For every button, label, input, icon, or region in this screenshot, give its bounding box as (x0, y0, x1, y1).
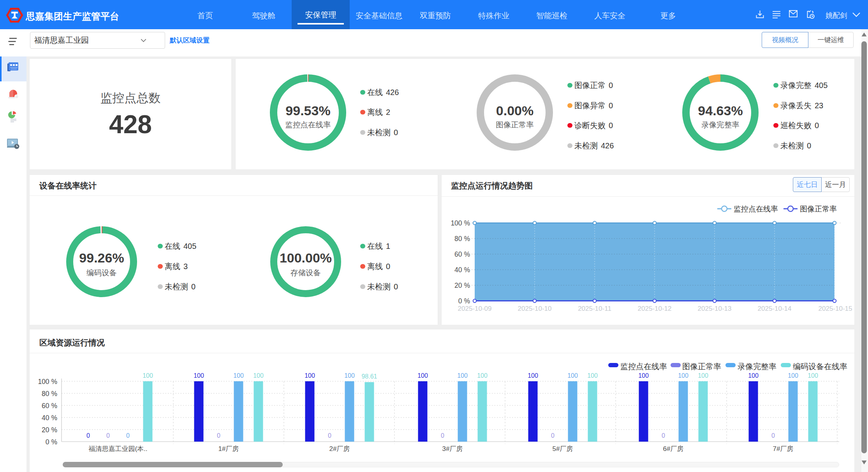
svg-text:2025-10-09: 2025-10-09 (458, 305, 492, 312)
svg-text:2025-10-15: 2025-10-15 (819, 305, 852, 312)
svg-text:编码设备在线率: 编码设备在线率 (793, 362, 847, 371)
svg-text:0: 0 (441, 432, 444, 439)
svg-text:100 %: 100 % (38, 378, 57, 386)
svg-text:2025-10-10: 2025-10-10 (518, 305, 552, 312)
svg-text:监控点在线率: 监控点在线率 (734, 205, 778, 213)
svg-text:0: 0 (328, 432, 331, 439)
svg-text:100: 100 (305, 372, 315, 379)
svg-text:监控点在线率: 监控点在线率 (620, 362, 667, 371)
svg-text:60 %: 60 % (454, 250, 470, 258)
svg-text:100: 100 (233, 372, 244, 379)
svg-text:2025-10-13: 2025-10-13 (698, 305, 732, 312)
svg-text:2025-10-12: 2025-10-12 (638, 305, 672, 312)
svg-text:0: 0 (551, 432, 555, 439)
svg-text:2025-10-11: 2025-10-11 (578, 305, 611, 312)
svg-text:100: 100 (344, 372, 355, 379)
svg-text:80 %: 80 % (42, 390, 57, 398)
svg-text:40 %: 40 % (42, 414, 57, 422)
svg-text:100: 100 (748, 372, 759, 379)
svg-text:20 %: 20 % (454, 282, 470, 289)
svg-text:100: 100 (457, 372, 468, 379)
svg-text:图像正常率: 图像正常率 (682, 362, 721, 371)
svg-text:100: 100 (567, 372, 578, 379)
svg-text:98.61: 98.61 (361, 373, 377, 380)
svg-text:100: 100 (808, 372, 818, 379)
svg-text:60 %: 60 % (42, 402, 57, 410)
svg-text:100: 100 (638, 372, 649, 379)
svg-text:100: 100 (477, 372, 488, 379)
svg-text:100: 100 (194, 372, 204, 379)
svg-text:6#厂房: 6#厂房 (663, 445, 684, 453)
svg-text:0: 0 (106, 432, 110, 439)
svg-text:100 %: 100 % (451, 219, 470, 227)
svg-text:0 %: 0 % (458, 297, 470, 305)
svg-text:100: 100 (698, 372, 708, 379)
svg-text:0: 0 (217, 432, 220, 439)
svg-text:80 %: 80 % (454, 235, 470, 243)
svg-text:100: 100 (528, 372, 538, 379)
svg-text:7#厂房: 7#厂房 (773, 445, 794, 453)
svg-text:0: 0 (86, 432, 90, 439)
svg-text:录像完整率: 录像完整率 (738, 362, 776, 371)
svg-text:0: 0 (771, 432, 775, 439)
svg-text:100: 100 (788, 372, 798, 379)
svg-text:100: 100 (253, 372, 264, 379)
svg-text:40 %: 40 % (454, 266, 470, 274)
svg-text:0: 0 (126, 432, 130, 439)
svg-text:0: 0 (662, 432, 665, 439)
svg-text:2025-10-14: 2025-10-14 (758, 305, 792, 312)
svg-text:100: 100 (143, 372, 153, 379)
svg-text:0 %: 0 % (46, 438, 57, 446)
svg-text:图像正常率: 图像正常率 (800, 205, 837, 213)
svg-text:20 %: 20 % (42, 426, 57, 434)
svg-text:1#厂房: 1#厂房 (218, 445, 239, 453)
svg-text:100: 100 (587, 372, 598, 379)
svg-text:100: 100 (417, 372, 428, 379)
svg-text:福清思嘉工业园(本..: 福清思嘉工业园(本.. (88, 445, 147, 453)
svg-text:5#厂房: 5#厂房 (553, 445, 573, 453)
svg-text:2#厂房: 2#厂房 (329, 445, 350, 453)
svg-text:100: 100 (678, 372, 688, 379)
svg-text:3#厂房: 3#厂房 (442, 445, 463, 453)
